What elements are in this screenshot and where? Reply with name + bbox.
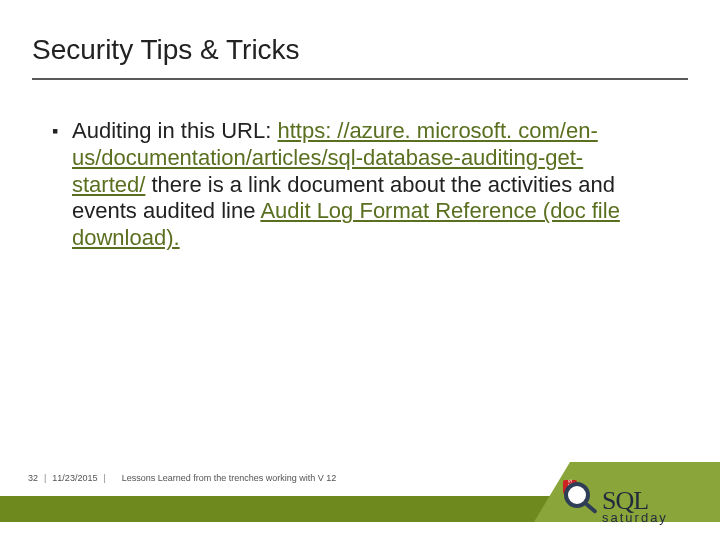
- magnifier-lock-icon: PASS: [562, 478, 596, 524]
- bullet-item: ▪ Auditing in this URL: https: //azure. …: [52, 118, 652, 252]
- sql-saturday-logo: PASS SQL saturday: [562, 452, 702, 524]
- slide: Security Tips & Tricks ▪ Auditing in thi…: [0, 0, 720, 540]
- footer-bar: 32 | 11/23/2015 | Lessons Learned from t…: [0, 468, 500, 488]
- footer-sep-1: |: [44, 473, 46, 483]
- bullet-lead: Auditing in this URL:: [72, 118, 277, 143]
- magnifier-handle-icon: [584, 502, 597, 514]
- footer-sep-2: |: [103, 473, 105, 483]
- slide-title: Security Tips & Tricks: [32, 34, 300, 66]
- page-number: 32: [28, 473, 38, 483]
- logo-saturday: saturday: [602, 512, 668, 524]
- footer-subtitle: Lessons Learned from the trenches workin…: [122, 473, 337, 483]
- bullet-text: Auditing in this URL: https: //azure. mi…: [72, 118, 652, 252]
- content-area: ▪ Auditing in this URL: https: //azure. …: [52, 118, 652, 252]
- bullet-marker: ▪: [52, 118, 72, 145]
- footer-date: 11/23/2015: [52, 473, 97, 483]
- logo-text: SQL saturday: [602, 489, 668, 524]
- event-tag: #459 | MADRID 2015: [617, 527, 702, 536]
- title-underline: [32, 78, 688, 80]
- logo-sql: SQL: [602, 489, 668, 512]
